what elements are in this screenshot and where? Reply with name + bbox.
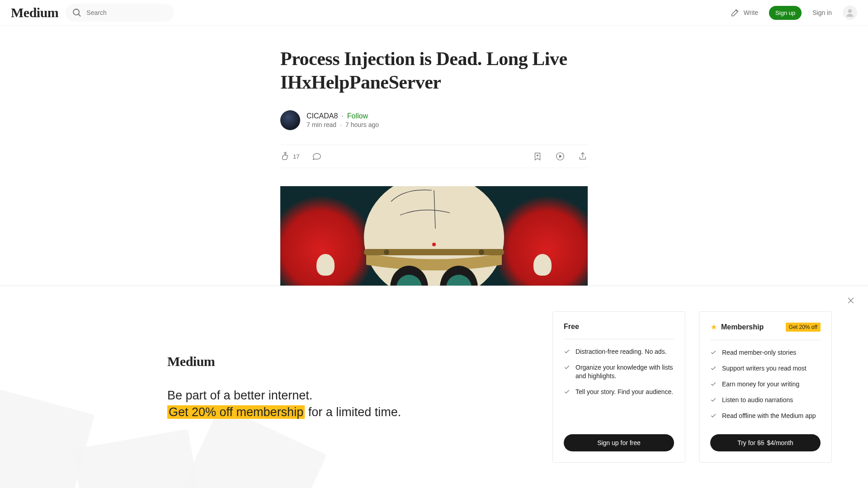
free-plan-card: Free Distraction-free reading. No ads. O… <box>552 311 685 463</box>
promo-tagline: Be part of a better internet. Get 20% of… <box>167 387 552 420</box>
benefit-text: Earn money for your writing <box>722 380 799 389</box>
list-item: Distraction-free reading. No ads. <box>564 347 674 356</box>
site-logo[interactable]: Medium <box>11 5 58 20</box>
list-item: Support writers you read most <box>710 364 821 373</box>
list-item: Tell your story. Find your audience. <box>564 388 674 396</box>
site-header: Medium Write Sign up Sign in <box>0 0 868 26</box>
check-icon <box>710 381 717 387</box>
check-icon <box>710 413 717 419</box>
search-input[interactable] <box>86 9 168 16</box>
author-avatar[interactable] <box>280 110 300 130</box>
check-icon <box>564 389 570 395</box>
article-title: Process Injection is Dead. Long Live IHx… <box>280 47 588 94</box>
clap-button[interactable]: 17 <box>280 151 299 161</box>
share-button[interactable] <box>578 151 588 161</box>
clap-icon <box>280 151 290 161</box>
action-bar: 17 <box>280 145 588 168</box>
bookmark-add-icon <box>533 151 542 161</box>
author-name[interactable]: CICADA8 <box>307 112 338 120</box>
promo-tagline-highlight: Get 20% off membership <box>167 405 305 419</box>
play-circle-icon <box>555 151 565 161</box>
svg-line-1 <box>79 14 81 17</box>
write-link[interactable]: Write <box>730 8 758 18</box>
benefit-text: Listen to audio narrations <box>722 396 793 404</box>
membership-card-title: Membership <box>721 323 764 331</box>
close-icon <box>846 296 855 305</box>
membership-try-button[interactable]: Try for $5 $4/month <box>710 434 821 451</box>
read-time: 7 min read <box>307 121 336 128</box>
free-signup-button[interactable]: Sign up for free <box>564 434 674 451</box>
separator-dot: · <box>340 121 342 128</box>
check-icon <box>564 364 570 371</box>
cta-strike-price: $5 <box>757 439 764 446</box>
follow-link[interactable]: Follow <box>347 112 368 120</box>
list-item: Read member-only stories <box>710 348 821 357</box>
check-icon <box>710 397 717 403</box>
benefit-text: Read offline with the Medium app <box>722 412 816 420</box>
benefit-text: Distraction-free reading. No ads. <box>576 347 667 356</box>
membership-benefits-list: Read member-only stories Support writers… <box>710 340 821 427</box>
free-card-title: Free <box>564 323 579 331</box>
promo-cards: Free Distraction-free reading. No ads. O… <box>552 286 868 488</box>
list-item: Earn money for your writing <box>710 380 821 389</box>
check-icon <box>710 349 717 356</box>
promo-left: Medium Be part of a better internet. Get… <box>0 286 552 488</box>
article: Process Injection is Dead. Long Live IHx… <box>280 26 588 317</box>
list-item: Listen to audio narrations <box>710 396 821 404</box>
svg-point-0 <box>74 9 80 15</box>
benefit-text: Support writers you read most <box>722 364 807 373</box>
comment-icon <box>312 151 322 161</box>
cta-price: $4/month <box>765 439 793 446</box>
bookmark-button[interactable] <box>533 151 542 161</box>
membership-plan-card: Membership Get 20% off Read member-only … <box>699 311 832 463</box>
signin-link[interactable]: Sign in <box>812 9 832 16</box>
share-icon <box>578 151 588 161</box>
search-box[interactable] <box>66 4 174 22</box>
benefit-text: Tell your story. Find your audience. <box>576 388 673 396</box>
svg-point-2 <box>848 9 852 13</box>
comment-button[interactable] <box>312 151 322 161</box>
listen-button[interactable] <box>555 151 565 161</box>
write-icon <box>730 8 740 18</box>
svg-point-14 <box>432 243 436 246</box>
search-icon <box>72 8 82 18</box>
free-benefits-list: Distraction-free reading. No ads. Organi… <box>564 339 674 427</box>
discount-badge: Get 20% off <box>786 323 821 332</box>
clap-count: 17 <box>293 153 299 160</box>
svg-point-8 <box>384 249 389 255</box>
header-right: Write Sign up Sign in <box>730 5 857 20</box>
separator-dot: · <box>341 112 343 120</box>
benefit-text: Read member-only stories <box>722 348 796 357</box>
check-icon <box>564 348 570 355</box>
write-label: Write <box>744 9 758 16</box>
promo-tagline-suffix: for a limited time. <box>305 405 401 419</box>
membership-promo-panel: Medium Be part of a better internet. Get… <box>0 286 868 488</box>
check-icon <box>710 365 717 371</box>
anon-avatar[interactable] <box>843 5 857 20</box>
star-icon <box>710 324 717 331</box>
published-time: 7 hours ago <box>345 121 379 128</box>
svg-point-9 <box>479 249 484 255</box>
signup-button[interactable]: Sign up <box>769 6 802 20</box>
list-item: Read offline with the Medium app <box>710 412 821 420</box>
person-icon <box>845 8 855 18</box>
cta-prefix: Try for <box>737 439 757 446</box>
byline: CICADA8 · Follow 7 min read · 7 hours ag… <box>280 110 588 130</box>
promo-close-button[interactable] <box>846 296 855 307</box>
benefit-text: Organize your knowledge with lists and h… <box>576 363 674 380</box>
list-item: Organize your knowledge with lists and h… <box>564 363 674 380</box>
promo-logo: Medium <box>167 354 545 369</box>
promo-tagline-line1: Be part of a better internet. <box>167 389 312 402</box>
